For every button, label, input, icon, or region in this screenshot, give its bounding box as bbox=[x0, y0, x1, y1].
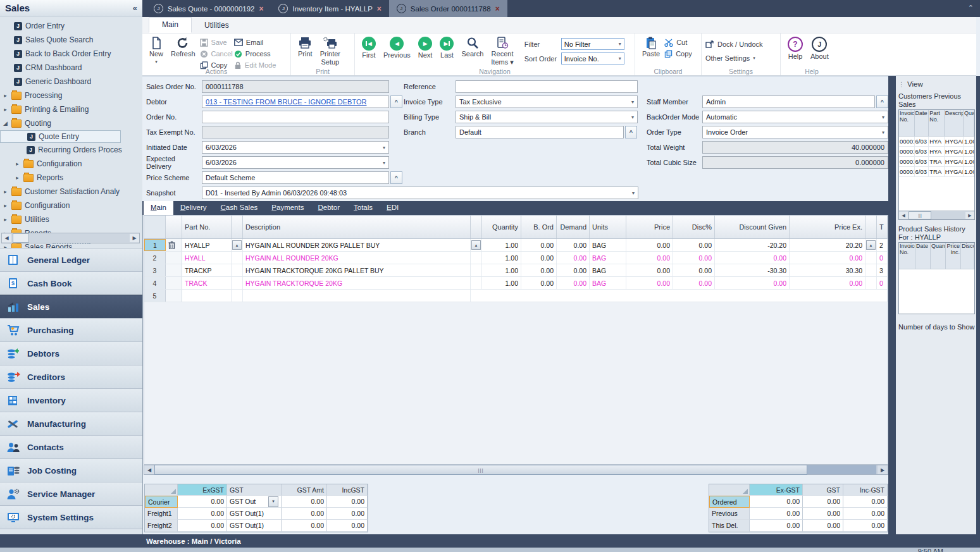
freight1-exgst-cell[interactable]: 0.00 bbox=[178, 508, 227, 520]
col-description[interactable]: Description bbox=[945, 110, 964, 137]
tree-item-printing-emailing[interactable]: ▸Printing & Emailing bbox=[0, 102, 142, 116]
tree-item-customer-satisfaction[interactable]: ▸Customer Satisfaction Analy bbox=[0, 185, 142, 199]
price-cell[interactable]: 0.00 bbox=[626, 239, 673, 251]
price-ex-cell[interactable]: 20.20 bbox=[790, 239, 865, 251]
tree-item-crm-dashboard[interactable]: JCRM Dashboard bbox=[0, 61, 142, 75]
tax-exempt-no-field[interactable] bbox=[202, 126, 389, 138]
recent-items-button[interactable]: Recent Items ▾ bbox=[488, 35, 516, 67]
chevron-down-icon[interactable]: ▾ bbox=[268, 496, 278, 507]
disc-cell[interactable]: 0.00 bbox=[673, 264, 715, 276]
row-freight2[interactable]: Freight2 bbox=[145, 520, 178, 532]
close-icon[interactable]: × bbox=[495, 4, 500, 13]
expand-icon[interactable]: ▸ bbox=[15, 161, 20, 167]
tail-cell[interactable]: 2 bbox=[877, 239, 888, 251]
units-cell[interactable]: BAG bbox=[590, 277, 626, 289]
tab-delivery[interactable]: Delivery bbox=[173, 201, 214, 215]
price-cell[interactable]: 0.00 bbox=[626, 252, 673, 264]
filter-select[interactable]: No Filter▾ bbox=[561, 38, 624, 50]
print-button[interactable]: Print bbox=[295, 35, 316, 59]
col-description[interactable]: Description bbox=[243, 216, 471, 238]
description-dropdown-button[interactable]: ▲ bbox=[471, 240, 481, 250]
expand-icon[interactable]: ▸ bbox=[3, 202, 8, 209]
scroll-right-icon[interactable]: ▶ bbox=[878, 465, 888, 474]
col-quantity[interactable]: Quantity bbox=[931, 243, 946, 269]
expand-icon[interactable]: ▸ bbox=[3, 92, 8, 99]
price-cell[interactable]: 0.00 bbox=[626, 264, 673, 276]
part-no-cell[interactable]: TRACK bbox=[182, 277, 232, 289]
sort-order-select[interactable]: Invoice No.▾ bbox=[561, 52, 624, 64]
price-scheme-expander-button[interactable]: ^ bbox=[390, 171, 402, 184]
previous-button[interactable]: ◀Previous bbox=[380, 35, 414, 60]
chevron-down-icon[interactable]: ▾ bbox=[882, 114, 884, 120]
debtor-link[interactable]: 013 - TESTING FROM BRUCE - IGNORE DEBTOR bbox=[206, 98, 366, 106]
scroll-right-icon[interactable]: ▶ bbox=[130, 234, 139, 242]
col-part-no[interactable]: Part No. bbox=[182, 216, 232, 238]
refresh-button[interactable]: Refresh bbox=[168, 35, 199, 59]
order-line-row[interactable]: 4 TRACK HYGAIN TRACKTORQUE 20KG 1.00 0.0… bbox=[144, 277, 888, 290]
tail-cell[interactable]: 0 bbox=[877, 277, 888, 289]
tab-inventory-item[interactable]: J Inventory Item - HYALLP × bbox=[271, 0, 388, 17]
part-no-cell[interactable]: TRACKP bbox=[182, 264, 232, 276]
next-button[interactable]: ▶Next bbox=[415, 35, 436, 60]
freight2-exgst-cell[interactable]: 0.00 bbox=[178, 520, 227, 532]
tab-payments[interactable]: Payments bbox=[264, 201, 311, 215]
courier-gst-select[interactable]: GST Out▾ bbox=[227, 496, 282, 508]
process-button[interactable]: Process bbox=[234, 49, 276, 59]
paste-button[interactable]: Paste bbox=[639, 35, 663, 59]
row-this-del[interactable]: This Del. bbox=[709, 520, 750, 532]
branch-field[interactable]: Default bbox=[456, 126, 624, 138]
col-exgst[interactable]: ExGST bbox=[178, 484, 227, 496]
customers-previous-sales-grid[interactable]: Invoice No. Date Part No. Description Qu… bbox=[898, 109, 975, 220]
dock-undock-button[interactable]: Dock / Undock bbox=[705, 39, 763, 49]
quantity-cell[interactable]: 1.00 bbox=[482, 252, 521, 264]
ordered-gst-cell[interactable]: 0.00 bbox=[803, 496, 843, 508]
order-line-row[interactable]: 3 TRACKP HYGAIN TRACKTORQUE 20KG PALLET … bbox=[144, 264, 888, 277]
branch-expander-button[interactable]: ^ bbox=[625, 126, 637, 138]
save-button[interactable]: Save bbox=[200, 37, 233, 47]
demand-cell[interactable]: 0.00 bbox=[557, 264, 590, 276]
debtor-expander-button[interactable]: ^ bbox=[390, 95, 402, 108]
col-demand[interactable]: Demand bbox=[557, 216, 590, 238]
collapse-icon[interactable]: ◢ bbox=[3, 120, 8, 126]
tab-main[interactable]: Main bbox=[144, 201, 173, 215]
splitter-grip[interactable] bbox=[53, 243, 90, 244]
demand-cell[interactable]: 0.00 bbox=[557, 277, 590, 289]
col-gst[interactable]: GST bbox=[227, 484, 282, 496]
scrollbar-thumb[interactable] bbox=[13, 233, 29, 243]
part-no-cell[interactable]: HYALL bbox=[182, 252, 232, 264]
first-button[interactable]: ◀First bbox=[359, 35, 379, 60]
price-cell[interactable]: 0.00 bbox=[626, 277, 673, 289]
quantity-cell[interactable]: 1.00 bbox=[482, 239, 521, 251]
module-debtors[interactable]: Debtors bbox=[0, 341, 142, 365]
freight2-incgst-cell[interactable]: 0.00 bbox=[327, 520, 368, 532]
b-ord-cell[interactable]: 0.00 bbox=[521, 239, 557, 251]
snapshot-field[interactable]: D01 - Inserted By Admin 06/03/2026 09:48… bbox=[202, 187, 638, 199]
chevron-down-icon[interactable]: ▾ bbox=[383, 145, 385, 150]
invoice-type-select[interactable]: Tax Exclusive▾ bbox=[456, 95, 638, 108]
expand-icon[interactable]: ▸ bbox=[3, 216, 8, 223]
other-settings-button[interactable]: Other Settings▾ bbox=[705, 53, 763, 63]
demand-cell[interactable]: 0.00 bbox=[557, 239, 590, 251]
tree-item-order-entry[interactable]: JOrder Entry bbox=[0, 19, 142, 33]
expand-icon[interactable]: ▸ bbox=[3, 106, 8, 113]
col-gst-amt[interactable]: GST Amt bbox=[282, 484, 327, 496]
row-previous[interactable]: Previous bbox=[709, 508, 750, 520]
sales-order-no-field[interactable]: 0000111788 bbox=[202, 80, 389, 93]
scrollbar-thumb[interactable]: ||| bbox=[154, 465, 807, 475]
col-tail[interactable]: T bbox=[877, 216, 888, 238]
tab-sales-quote[interactable]: J Sales Quote - 0000000192 × bbox=[146, 0, 271, 17]
product-sales-history-grid[interactable]: Invoice No. Date Quantity Price Inc. Dis… bbox=[898, 242, 975, 314]
billing-type-select[interactable]: Ship & Bill▾ bbox=[456, 111, 638, 123]
tree-item-utilities[interactable]: ▸Utilities bbox=[0, 212, 142, 226]
row-ordered[interactable]: Ordered bbox=[709, 496, 750, 508]
price-scheme-field[interactable]: Default Scheme bbox=[202, 171, 389, 184]
previous-sale-row[interactable]: 00001 6/03 TRA HYGAI 1.00 bbox=[899, 167, 974, 177]
price-ex-cell[interactable]: 30.30 bbox=[790, 264, 865, 276]
grid-horizontal-scrollbar[interactable]: ◀ ||| ▶ bbox=[144, 465, 888, 475]
previous-sale-row[interactable]: 00001 6/03 TRA HYGAI 1.00 bbox=[899, 157, 974, 167]
module-sales[interactable]: Sales bbox=[0, 295, 142, 318]
panel-splitter[interactable] bbox=[888, 76, 896, 534]
ordered-inc-gst-cell[interactable]: 0.00 bbox=[843, 496, 888, 508]
module-purchasing[interactable]: Purchasing bbox=[0, 318, 142, 341]
description-cell[interactable]: HYGAIN TRACKTORQUE 20KG PALLET BUY bbox=[243, 264, 471, 276]
